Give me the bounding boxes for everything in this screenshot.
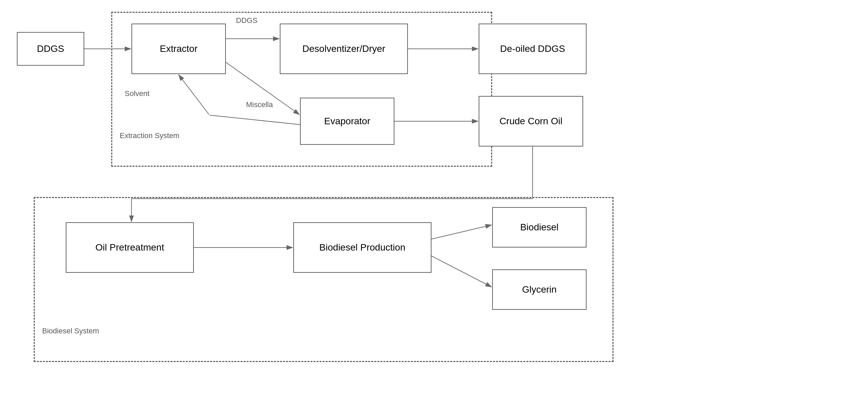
diagram-container: Extraction System Biodiesel System DDGS … [0, 0, 868, 394]
evaporator-box: Evaporator [300, 98, 394, 145]
ddgs-flow-label: DDGS [236, 16, 258, 25]
biodiesel-production-box: Biodiesel Production [293, 222, 431, 273]
glycerin-box: Glycerin [492, 269, 587, 310]
desolventizer-box: Desolventizer/Dryer [280, 24, 408, 74]
crude-corn-oil-box: Crude Corn Oil [479, 96, 583, 146]
extractor-box: Extractor [131, 24, 226, 74]
solvent-flow-label: Solvent [125, 89, 149, 98]
ddgs-box: DDGS [17, 32, 84, 66]
biodiesel-system-label: Biodiesel System [42, 327, 99, 335]
oil-pretreatment-box: Oil Pretreatment [66, 222, 194, 273]
extraction-system-label: Extraction System [120, 131, 179, 140]
miscella-flow-label: Miscella [246, 100, 273, 109]
de-oiled-ddgs-box: De-oiled DDGS [479, 24, 587, 74]
biodiesel-box: Biodiesel [492, 207, 587, 248]
